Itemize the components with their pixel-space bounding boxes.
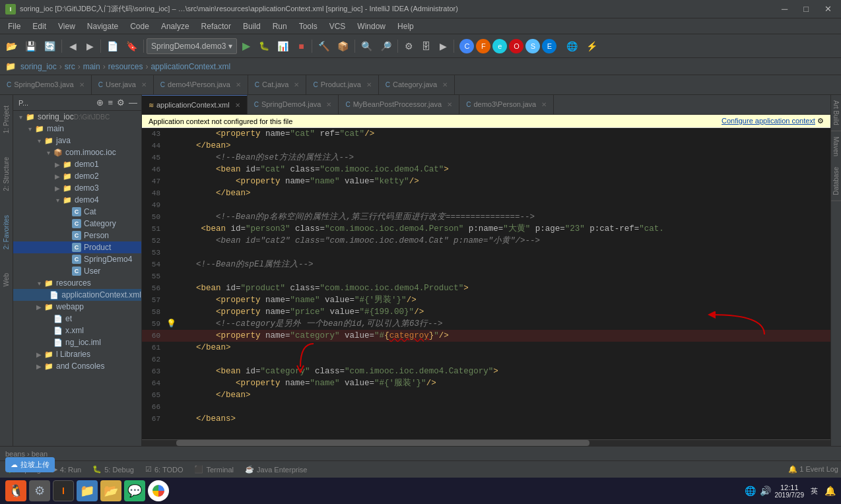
breadcrumb-main[interactable]: main — [83, 62, 100, 71]
tree-resources[interactable]: ▾ 📁 resources — [13, 277, 141, 289]
firefox-toolbar-icon[interactable]: F — [476, 39, 490, 53]
tree-user[interactable]: C User — [13, 265, 141, 277]
tab-user[interactable]: C User.java ✕ — [92, 75, 154, 94]
tree-libraries[interactable]: ▶ 📁 l Libraries — [13, 348, 141, 360]
tab-person-demo3[interactable]: C demo3\Person.java ✕ — [459, 95, 554, 114]
bottom-tab-enterprise[interactable]: ☕ Java Enterprise — [240, 464, 312, 475]
lang-icon[interactable]: 英 — [808, 485, 821, 497]
bottom-tab-terminal[interactable]: ⬛ Terminal — [189, 464, 239, 475]
menu-view[interactable]: View — [53, 20, 81, 32]
breadcrumb-resources[interactable]: resources — [108, 62, 143, 71]
lightbulb-icon[interactable]: 💡 — [166, 318, 176, 330]
breadcrumb-project[interactable]: soring_ioc — [20, 62, 57, 71]
save-all-button[interactable]: 💾 — [22, 38, 40, 54]
close-springdemo4[interactable]: ✕ — [326, 101, 331, 108]
forward-button[interactable]: ▶ — [82, 38, 98, 54]
tree-cat[interactable]: C Cat — [13, 206, 141, 218]
taskbar-idea-icon[interactable]: I — [53, 480, 74, 501]
menu-tools[interactable]: Tools — [294, 20, 323, 32]
close-mybeanpost[interactable]: ✕ — [447, 101, 452, 108]
debug-run-button[interactable]: 🐛 — [255, 38, 273, 54]
close-product[interactable]: ✕ — [366, 81, 372, 88]
new-item-button[interactable]: ⊕ — [95, 96, 105, 109]
tab-springdemo4[interactable]: C SpringDemo4.java ✕ — [248, 95, 339, 114]
chrome-toolbar-icon[interactable]: C — [459, 39, 474, 53]
close-user[interactable]: ✕ — [141, 81, 147, 88]
project-panel-tab[interactable]: 1: Project — [1, 100, 11, 139]
taskbar-explorer-icon[interactable]: 📁 — [77, 480, 98, 501]
database-toolbar-button[interactable]: 🗄 — [418, 38, 434, 54]
tree-category[interactable]: C Category — [13, 218, 141, 230]
web-button[interactable]: 🌐 — [563, 38, 581, 54]
art-build-panel[interactable]: Art Build — [831, 95, 841, 131]
tab-product[interactable]: C Product.java ✕ — [306, 75, 378, 94]
opera-toolbar-icon[interactable]: O — [509, 39, 523, 53]
menu-file[interactable]: File — [3, 20, 26, 32]
breadcrumb-src[interactable]: src — [65, 62, 75, 71]
find-button[interactable]: 🔎 — [377, 38, 395, 54]
menu-analyze[interactable]: Analyze — [156, 20, 195, 32]
collapse-all-button[interactable]: ≡ — [106, 96, 114, 109]
web-panel-tab[interactable]: Web — [1, 268, 11, 292]
close-person-demo3[interactable]: ✕ — [541, 101, 547, 108]
settings-button[interactable]: ⚙ — [401, 38, 417, 54]
breadcrumb-xml[interactable]: applicationContext.xml — [151, 62, 230, 71]
safari-toolbar-icon[interactable]: S — [525, 39, 540, 53]
tab-springdemo3[interactable]: C SpringDemo3.java ✕ — [0, 75, 92, 94]
file-button[interactable]: 📄 — [104, 38, 121, 54]
tree-xxml[interactable]: 📄 x.xml — [13, 325, 141, 336]
taskbar-chrome-icon[interactable] — [148, 480, 169, 501]
tree-iml[interactable]: 📄 ng_ioc.iml — [13, 336, 141, 348]
power-button[interactable]: ⚡ — [583, 38, 601, 54]
gear-icon[interactable]: ⚙ — [116, 96, 126, 109]
close-springdemo3[interactable]: ✕ — [79, 81, 84, 88]
database-panel[interactable]: Database — [831, 162, 841, 201]
menu-window[interactable]: Window — [352, 20, 391, 32]
sync-button[interactable]: 🔄 — [41, 38, 59, 54]
event-log-text[interactable]: 🔔 1 Event Log — [788, 465, 838, 474]
edge-toolbar-icon[interactable]: E — [542, 39, 556, 53]
taskbar-ubuntu-icon[interactable]: 🐧 — [5, 480, 26, 501]
volume-icon[interactable]: 🔊 — [760, 486, 771, 496]
configure-link[interactable]: Configure application context — [722, 117, 815, 125]
tree-et[interactable]: 📄 et — [13, 313, 141, 325]
close-cat[interactable]: ✕ — [294, 81, 299, 88]
menu-edit[interactable]: Edit — [27, 20, 51, 32]
menu-code[interactable]: Code — [125, 20, 154, 32]
tree-webapp[interactable]: ▶ 📁 webapp — [13, 301, 141, 313]
tab-mybeanpost[interactable]: C MyBeanPostProcessor.java ✕ — [339, 95, 459, 114]
close-person-demo4[interactable]: ✕ — [236, 81, 241, 88]
tab-category[interactable]: C Category.java ✕ — [379, 75, 455, 94]
stop-button[interactable]: ■ — [293, 38, 309, 54]
tab-cat[interactable]: C Cat.java ✕ — [248, 75, 307, 94]
tab-person-demo4[interactable]: C demo4\Person.java ✕ — [154, 75, 248, 94]
menu-vcs[interactable]: VCS — [324, 20, 351, 32]
tree-demo3[interactable]: ▶ 📁 demo3 — [13, 182, 141, 194]
back-button[interactable]: ◀ — [65, 38, 81, 54]
build-artifact-button[interactable]: 📦 — [334, 38, 352, 54]
tree-appcontext[interactable]: 📄 applicationContext.xml — [13, 289, 141, 301]
gear-icon-warning[interactable]: ⚙ — [817, 117, 824, 125]
horizontal-scrollbar[interactable] — [142, 439, 830, 446]
maven-panel[interactable]: Maven — [831, 131, 841, 162]
menu-run[interactable]: Run — [267, 20, 292, 32]
menu-navigate[interactable]: Navigate — [82, 20, 123, 32]
menu-help[interactable]: Help — [392, 20, 419, 32]
taskbar-time[interactable]: 12:11 2019/7/29 — [775, 484, 805, 499]
close-appcontext[interactable]: ✕ — [235, 102, 240, 109]
maximize-button[interactable]: □ — [799, 3, 813, 15]
run-button[interactable]: ▶ — [238, 38, 254, 54]
tree-java[interactable]: ▾ 📁 java — [13, 135, 141, 146]
tree-demo2[interactable]: ▶ 📁 demo2 — [13, 170, 141, 182]
menu-refactor[interactable]: Refactor — [196, 20, 236, 32]
notification-icon[interactable]: 🔔 — [824, 486, 836, 496]
coverage-button[interactable]: 📊 — [274, 38, 292, 54]
ie-toolbar-icon[interactable]: e — [492, 39, 507, 53]
network-icon[interactable]: 🌐 — [745, 486, 756, 496]
menu-build[interactable]: Build — [238, 20, 266, 32]
taskbar-settings-icon[interactable]: ⚙ — [29, 480, 50, 501]
minimize-panel-button[interactable]: — — [127, 96, 139, 109]
structure-panel-tab[interactable]: 2: Structure — [1, 152, 11, 197]
close-category[interactable]: ✕ — [442, 81, 448, 88]
tree-demo1[interactable]: ▶ 📁 demo1 — [13, 158, 141, 170]
